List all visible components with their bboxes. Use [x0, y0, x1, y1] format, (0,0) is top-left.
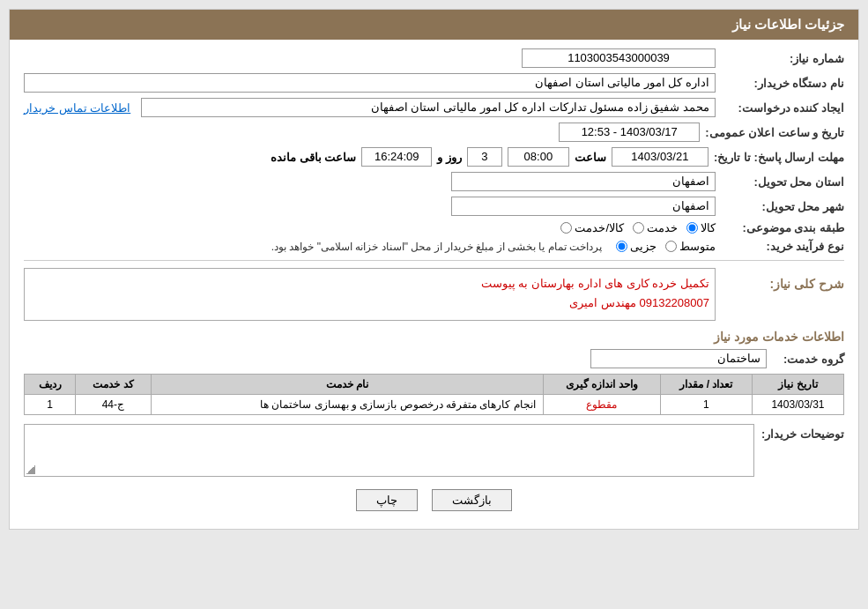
- description-box: تکمیل خرده کاری های اداره بهارستان به پی…: [24, 268, 716, 321]
- cell-service-code: ج-44: [76, 395, 152, 415]
- kala-khadamat-label: کالا/خدمت: [575, 221, 624, 234]
- creator-label: ایجاد کننده درخواست:: [721, 101, 844, 115]
- khadamat-label: خدمت: [647, 221, 678, 234]
- announce-datetime-row: تاریخ و ساعت اعلان عمومی: 1403/03/17 - 1…: [24, 123, 844, 142]
- response-time-value: 08:00: [508, 147, 569, 167]
- category-row: طبقه بندی موضوعی: کالا/خدمت خدمت کالا: [24, 221, 844, 234]
- purchase-type-label: نوع فرآیند خرید:: [721, 240, 844, 253]
- col-unit: واحد اندازه گیری: [543, 375, 660, 395]
- purchase-mottavaset[interactable]: متوسط: [665, 240, 716, 253]
- category-kala[interactable]: کالا: [686, 221, 716, 234]
- city-delivery-value: اصفهان: [451, 197, 716, 216]
- purchase-jozyi[interactable]: جزیی: [616, 240, 657, 253]
- service-group-value: ساختمان: [590, 349, 767, 368]
- cell-row-num: 1: [25, 395, 76, 415]
- col-date: تاریخ نیاز: [752, 375, 843, 395]
- category-label: طبقه بندی موضوعی:: [721, 221, 844, 234]
- province-delivery-label: استان محل تحویل:: [721, 175, 844, 189]
- city-delivery-row: شهر محل تحویل: اصفهان: [24, 197, 844, 216]
- buyer-desc-box[interactable]: [24, 424, 754, 477]
- buyer-desc-section: توضیحات خریدار:: [24, 424, 844, 477]
- category-radio-group: کالا/خدمت خدمت کالا: [560, 221, 716, 234]
- jozyi-label: جزیی: [630, 240, 657, 253]
- remaining-time-label: ساعت باقی مانده: [271, 151, 356, 164]
- description-text: تکمیل خرده کاری های اداره بهارستان به پی…: [30, 274, 709, 293]
- table-row: 1403/03/31 1 مقطوع انجام کارهای متفرقه د…: [25, 395, 844, 415]
- category-kala-khadamat[interactable]: کالا/خدمت: [560, 221, 624, 234]
- response-time-label: ساعت: [575, 151, 606, 164]
- col-service-name: نام خدمت: [151, 375, 543, 395]
- response-deadline-row: مهلت ارسال پاسخ: تا تاریخ: 1403/03/21 سا…: [24, 147, 844, 167]
- cell-quantity: 1: [660, 395, 752, 415]
- col-quantity: تعداد / مقدار: [660, 375, 752, 395]
- category-kala-radio[interactable]: [686, 222, 698, 234]
- services-section: اطلاعات خدمات مورد نیاز گروه خدمت: ساختم…: [24, 330, 844, 415]
- purchase-type-row: نوع فرآیند خرید: جزیی متوسط پرداخت تمام …: [24, 240, 844, 253]
- description-phone: 09132208007 مهندس امیری: [30, 293, 709, 313]
- buyer-org-row: نام دستگاه خریدار: اداره کل امور مالیاتی…: [24, 73, 844, 93]
- creator-row: ایجاد کننده درخواست: محمد شفیق زاده مسئو…: [24, 98, 844, 117]
- page-title: جزئیات اطلاعات نیاز: [732, 17, 844, 32]
- buyer-desc-label: توضیحات خریدار:: [761, 427, 844, 441]
- mottavaset-label: متوسط: [679, 240, 716, 253]
- description-row: شرح کلی نیاز: تکمیل خرده کاری های اداره …: [24, 268, 844, 321]
- page-container: جزئیات اطلاعات نیاز شماره نیاز: 11030035…: [0, 0, 868, 609]
- col-row-num: ردیف: [25, 375, 76, 395]
- need-number-label: شماره نیاز:: [721, 52, 844, 65]
- creator-value: محمد شفیق زاده مسئول تداركات اداره كل ام…: [141, 98, 716, 117]
- content-area: شماره نیاز: 1103003543000039 نام دستگاه …: [10, 40, 858, 529]
- page-header: جزئیات اطلاعات نیاز: [10, 10, 858, 40]
- province-delivery-row: استان محل تحویل: اصفهان: [24, 172, 844, 191]
- back-button[interactable]: بازگشت: [432, 489, 512, 511]
- purchase-mottavaset-radio[interactable]: [665, 241, 677, 252]
- kala-label: کالا: [701, 221, 716, 234]
- cell-service-name: انجام کارهای متفرقه درخصوص بازسازی و بهس…: [151, 395, 543, 415]
- purchase-note: پرداخت تمام یا بخشی از مبلغ خریدار از مح…: [271, 241, 602, 253]
- need-number-value: 1103003543000039: [522, 48, 716, 68]
- table-header-row: تاریخ نیاز تعداد / مقدار واحد اندازه گیر…: [25, 375, 844, 395]
- remaining-time-value: 16:24:09: [361, 147, 432, 167]
- services-title: اطلاعات خدمات مورد نیاز: [24, 330, 844, 344]
- remaining-days-value: 3: [467, 147, 502, 167]
- print-button[interactable]: چاپ: [356, 489, 418, 511]
- creator-text: محمد شفیق زاده مسئول تداركات اداره كل ام…: [371, 100, 709, 114]
- cell-date: 1403/03/31: [752, 395, 843, 415]
- response-deadline-label: مهلت ارسال پاسخ: تا تاریخ:: [714, 151, 844, 164]
- remaining-days-label: روز و: [437, 151, 462, 164]
- divider-1: [24, 260, 844, 261]
- buyer-org-value: اداره کل امور مالیاتی استان اصفهان: [24, 73, 716, 93]
- main-box: جزئیات اطلاعات نیاز شماره نیاز: 11030035…: [9, 9, 859, 530]
- service-group-label: گروه خدمت:: [774, 353, 844, 366]
- services-table: تاریخ نیاز تعداد / مقدار واحد اندازه گیر…: [24, 374, 844, 415]
- service-group-row: گروه خدمت: ساختمان: [24, 349, 844, 368]
- category-khadamat-radio[interactable]: [633, 222, 644, 234]
- col-service-code: کد خدمت: [76, 375, 152, 395]
- announce-datetime-value: 1403/03/17 - 12:53: [559, 123, 700, 142]
- cell-unit: مقطوع: [543, 395, 660, 415]
- need-number-row: شماره نیاز: 1103003543000039: [24, 48, 844, 68]
- description-wrapper: تکمیل خرده کاری های اداره بهارستان به پی…: [24, 268, 716, 321]
- resize-handle[interactable]: [26, 465, 35, 474]
- contact-link[interactable]: اطلاعات تماس خریدار: [24, 101, 130, 115]
- purchase-type-radio-group: جزیی متوسط: [616, 240, 716, 253]
- buttons-row: بازگشت چاپ: [24, 489, 844, 511]
- province-delivery-value: اصفهان: [451, 172, 716, 191]
- category-khadamat[interactable]: خدمت: [633, 221, 678, 234]
- response-date-value: 1403/03/21: [612, 147, 708, 167]
- description-label: شرح کلی نیاز:: [721, 277, 844, 291]
- announce-datetime-label: تاریخ و ساعت اعلان عمومی:: [705, 126, 844, 139]
- buyer-org-label: نام دستگاه خریدار:: [721, 77, 844, 90]
- purchase-jozyi-radio[interactable]: [616, 241, 627, 252]
- category-kala-khadamat-radio[interactable]: [560, 222, 572, 234]
- city-delivery-label: شهر محل تحویل:: [721, 200, 844, 213]
